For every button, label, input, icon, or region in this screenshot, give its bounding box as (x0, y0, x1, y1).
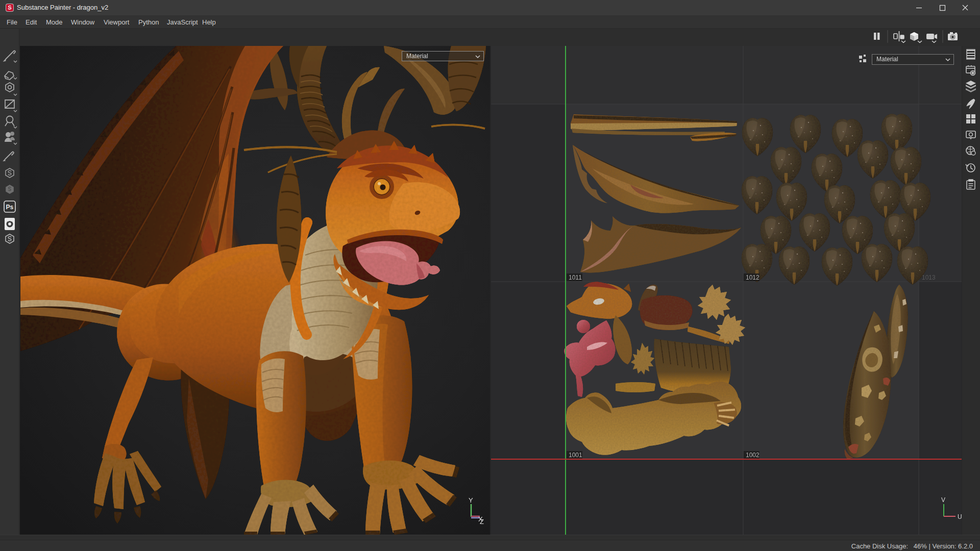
svg-text:Y: Y (469, 496, 473, 504)
svg-text:1011: 1011 (569, 274, 582, 281)
svg-text:1012: 1012 (746, 274, 760, 281)
svg-text:1013: 1013 (922, 274, 936, 281)
svg-text:Ps: Ps (6, 204, 14, 211)
svg-text:1001: 1001 (569, 452, 582, 459)
svg-text:V: V (941, 496, 945, 504)
svg-text:1002: 1002 (746, 452, 760, 459)
svg-text:Z: Z (480, 518, 484, 525)
svg-text:U: U (958, 513, 962, 520)
